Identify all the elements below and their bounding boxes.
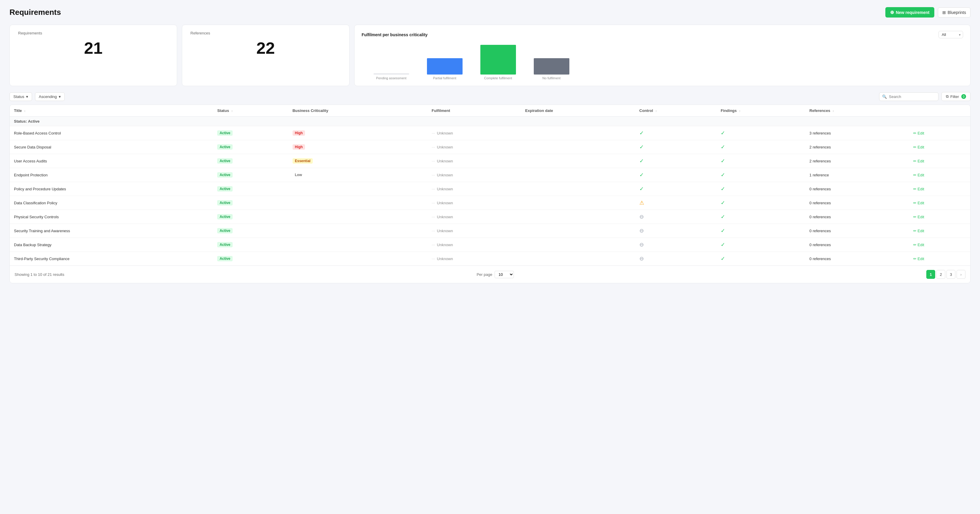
page-button-3[interactable]: 3 [947,270,955,279]
cell-references: 2 references [805,140,909,154]
bar-partial [427,58,463,75]
findings-check-icon: ✓ [721,158,725,164]
cell-expiration [521,154,635,168]
cell-bc: High [288,140,428,154]
findings-check-icon: ✓ [721,186,725,192]
bc-badge: High [293,130,305,136]
dots-icon: ··· [432,228,435,233]
edit-button[interactable]: ✏ Edit [913,201,924,205]
control-check-icon: ✓ [640,186,644,192]
requirements-label: Requirements [18,31,169,35]
cell-expiration [521,182,635,196]
col-actions [909,105,970,117]
table-row: Role-Based Access Control Active High ··… [10,126,970,140]
per-page-select[interactable]: 10 20 50 [495,271,514,278]
col-expiration-date: Expiration date [521,105,635,117]
table-row: Data Classification Policy Active ··· Un… [10,196,970,210]
cell-bc: High [288,126,428,140]
fulfilment-text: Unknown [437,229,453,233]
requirements-value: 21 [18,38,169,57]
cell-expiration [521,196,635,210]
table-footer: Showing 1 to 10 of 21 results Per page 1… [10,265,970,283]
control-minus-icon: ⊖ [640,255,644,262]
status-badge: Active [217,144,232,150]
chart-filter-select[interactable]: All High Medium Low [939,31,963,38]
findings-check-icon: ✓ [721,130,725,136]
cell-references: 0 references [805,238,909,252]
filter-button[interactable]: ⧉ Filter 0 [942,92,970,101]
fulfilment-text: Unknown [437,257,453,261]
cell-status: Active [213,182,288,196]
cell-status: Active [213,140,288,154]
table-row: Policy and Procedure Updates Active ··· … [10,182,970,196]
cell-control: ✓ [635,140,716,154]
cell-title: Security Training and Awareness [10,224,213,238]
findings-check-icon: ✓ [721,214,725,220]
cell-bc [288,210,428,224]
cell-title: Role-Based Access Control [10,126,213,140]
dots-icon: ··· [432,214,435,219]
findings-check-icon: ✓ [721,172,725,178]
edit-button[interactable]: ✏ Edit [913,145,924,149]
cell-bc [288,182,428,196]
findings-check-icon: ✓ [721,200,725,206]
order-filter-dropdown[interactable]: Ascending ▾ [35,93,65,101]
fulfilment-text: Unknown [437,131,453,136]
edit-button[interactable]: ✏ Edit [913,243,924,247]
cell-edit: ✏ Edit [909,140,970,154]
filter-count-badge: 0 [961,94,966,99]
edit-button[interactable]: ✏ Edit [913,159,924,163]
edit-button[interactable]: ✏ Edit [913,257,924,261]
new-requirement-button[interactable]: ⊕ New requirement [885,7,934,18]
cell-references: 1 reference [805,168,909,182]
edit-button[interactable]: ✏ Edit [913,215,924,219]
dots-icon: ··· [432,200,435,205]
table-row: Security Training and Awareness Active ·… [10,224,970,238]
chart-filter-wrap: All High Medium Low [939,31,963,38]
control-check-icon: ✓ [640,144,644,150]
edit-button[interactable]: ✏ Edit [913,131,924,136]
search-input[interactable] [879,93,939,101]
dots-icon: ··· [432,158,435,163]
page-button-2[interactable]: 2 [936,270,945,279]
fulfilment-text: Unknown [437,173,453,177]
edit-button[interactable]: ✏ Edit [913,229,924,233]
cell-control: ✓ [635,168,716,182]
cell-expiration [521,238,635,252]
bc-badge: High [293,144,305,150]
references-stat-card: References 22 [182,25,350,86]
blueprints-button[interactable]: ⊞ Blueprints [938,7,970,18]
cell-title: Endpoint Protection [10,168,213,182]
cell-references: 0 references [805,196,909,210]
bar-none-label: No fulfilment [542,76,560,80]
cell-findings: ✓ [716,210,805,224]
page-next-button[interactable]: › [956,270,966,279]
cell-bc [288,224,428,238]
findings-check-icon: ✓ [721,255,725,262]
fulfilment-text: Unknown [437,159,453,163]
table-row: Secure Data Disposal Active High ··· Unk… [10,140,970,154]
cell-edit: ✏ Edit [909,168,970,182]
cell-title: User Access Audits [10,154,213,168]
requirements-table-container: Title ↕ Status ↕ Business Criticality Fu… [10,105,970,283]
cell-expiration [521,140,635,154]
cell-status: Active [213,168,288,182]
status-filter-dropdown[interactable]: Status ▾ [10,93,32,101]
cell-references: 0 references [805,252,909,266]
cell-fulfilment: ··· Unknown [428,126,521,140]
edit-icon: ✏ [913,201,916,205]
control-check-icon: ✓ [640,130,644,136]
edit-button[interactable]: ✏ Edit [913,187,924,191]
page-button-1[interactable]: 1 [926,270,935,279]
table-row: Endpoint Protection Active Low ··· Unkno… [10,168,970,182]
cell-fulfilment: ··· Unknown [428,224,521,238]
cell-status: Active [213,154,288,168]
edit-button[interactable]: ✏ Edit [913,173,924,177]
chevron-down-icon: ▾ [59,94,61,99]
status-badge: Active [217,200,232,206]
search-icon: 🔍 [882,94,887,99]
cell-fulfilment: ··· Unknown [428,196,521,210]
cell-references: 0 references [805,210,909,224]
bar-pending [374,73,409,75]
edit-icon: ✏ [913,131,916,136]
